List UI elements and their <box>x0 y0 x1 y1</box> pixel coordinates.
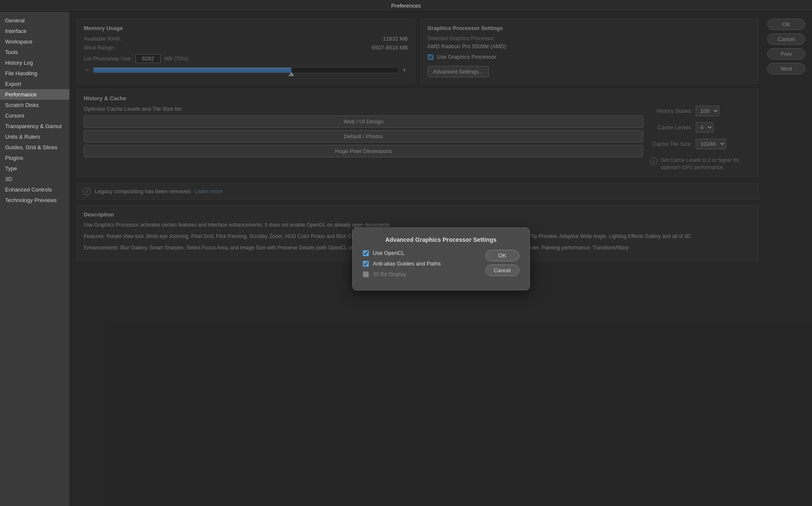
anti-alias-label[interactable]: Anti-alias Guides and Paths <box>373 260 441 267</box>
sidebar-item-interface[interactable]: Interface <box>0 26 69 36</box>
title-bar-text: Preferences <box>391 3 421 9</box>
modal-left: Use OpenCL Anti-alias Guides and Paths 3… <box>363 250 472 282</box>
sidebar-item-general[interactable]: General <box>0 15 69 26</box>
modal-cancel-button[interactable]: Cancel <box>486 265 519 276</box>
sidebar-item-guidesgridslices[interactable]: Guides, Grid & Slices <box>0 142 69 153</box>
thirty-bit-row: 30 Bit Display <box>363 271 472 277</box>
use-opencl-checkbox[interactable] <box>363 250 369 256</box>
use-opencl-label[interactable]: Use OpenCL <box>373 250 405 256</box>
sidebar-item-3d[interactable]: 3D <box>0 174 69 184</box>
modal-title: Advanced Graphics Processor Settings <box>363 236 519 243</box>
modal-overlay: Advanced Graphics Processor Settings Use… <box>70 12 812 506</box>
main-layout: GeneralInterfaceWorkspaceToolsHistory Lo… <box>0 12 812 506</box>
anti-alias-row: Anti-alias Guides and Paths <box>363 260 472 267</box>
sidebar-item-cursors[interactable]: Cursors <box>0 110 69 121</box>
content-area: OK Cancel Prev Next Memory Usage Availab… <box>70 12 812 506</box>
sidebar-item-enhancedcontrols[interactable]: Enhanced Controls <box>0 184 69 195</box>
thirty-bit-checkbox[interactable] <box>363 271 369 277</box>
sidebar-item-workspace[interactable]: Workspace <box>0 36 69 47</box>
sidebar-item-type[interactable]: Type <box>0 163 69 174</box>
use-opencl-row: Use OpenCL <box>363 250 472 256</box>
sidebar-item-transparencygamut[interactable]: Transparency & Gamut <box>0 121 69 131</box>
sidebar-item-export[interactable]: Export <box>0 79 69 89</box>
sidebar-item-tools[interactable]: Tools <box>0 47 69 57</box>
anti-alias-checkbox[interactable] <box>363 261 369 267</box>
thirty-bit-label: 30 Bit Display <box>373 271 406 277</box>
modal-inner: Use OpenCL Anti-alias Guides and Paths 3… <box>363 250 519 282</box>
advanced-gpu-modal: Advanced Graphics Processor Settings Use… <box>352 227 530 290</box>
title-bar: Preferences <box>0 0 812 12</box>
sidebar-item-performance[interactable]: Performance <box>0 89 69 100</box>
sidebar-item-historylog[interactable]: History Log <box>0 57 69 68</box>
sidebar-item-scratchdisks[interactable]: Scratch Disks <box>0 100 69 110</box>
sidebar-item-filehandling[interactable]: File Handling <box>0 68 69 79</box>
sidebar-item-plugins[interactable]: Plugins <box>0 153 69 163</box>
modal-ok-button[interactable]: OK <box>486 250 519 261</box>
modal-buttons: OK Cancel <box>486 250 519 282</box>
sidebar-item-unitsrulers[interactable]: Units & Rulers <box>0 131 69 142</box>
sidebar-item-technologypreviews[interactable]: Technology Previews <box>0 195 69 205</box>
sidebar: GeneralInterfaceWorkspaceToolsHistory Lo… <box>0 12 70 506</box>
